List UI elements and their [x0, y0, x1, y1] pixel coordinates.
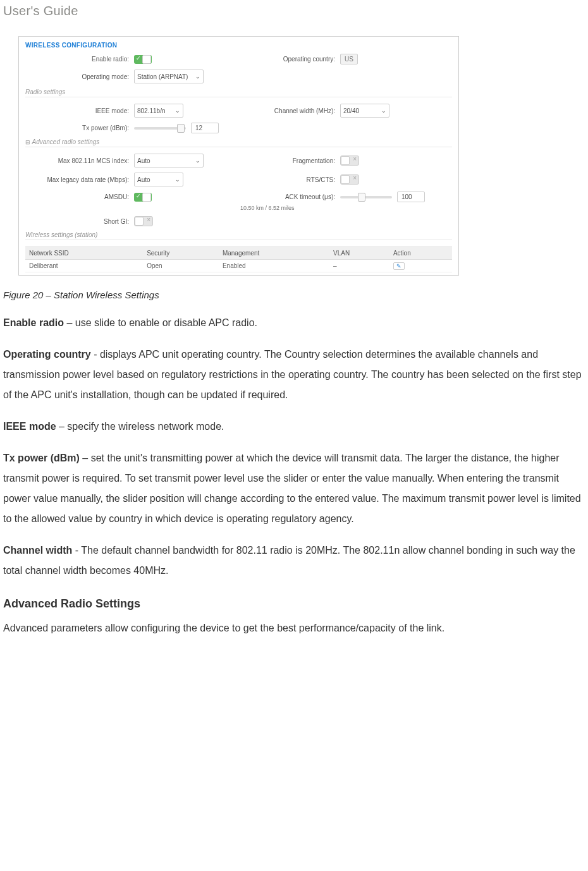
bold-term: Enable radio [3, 317, 64, 328]
para-advanced: Advanced parameters allow configuring th… [3, 618, 586, 638]
ieee-mode-value: 802.11b/n [137, 107, 166, 114]
chevron-down-icon: ⌄ [175, 107, 180, 114]
wireless-table: Network SSID Security Management VLAN Ac… [25, 247, 452, 272]
short-gi-toggle[interactable] [134, 216, 153, 226]
max-mcs-select[interactable]: Auto ⌄ [134, 154, 204, 168]
para-text: - The default channel bandwidth for 802.… [3, 545, 575, 576]
operating-country-value: US [340, 54, 358, 64]
max-mcs-value: Auto [137, 157, 150, 164]
max-legacy-label: Max legacy data rate (Mbps): [25, 176, 134, 183]
para-operating-country: Operating country - displays APC unit op… [3, 344, 586, 405]
chevron-down-icon: ⌄ [195, 73, 200, 80]
operating-country-label: Operating country: [240, 56, 340, 63]
tx-power-label: Tx power (dBm): [25, 125, 134, 131]
wireless-station-section: Wireless settings (station) [25, 231, 452, 240]
screenshot-title: WIRELESS CONFIGURATION [25, 42, 452, 49]
rtscts-toggle[interactable] [340, 174, 359, 185]
bold-term: Channel width [3, 545, 72, 556]
td-ssid: Deliberant [25, 260, 143, 272]
para-channel-width: Channel width - The default channel band… [3, 540, 586, 581]
amsdu-label: AMSDU: [25, 193, 134, 200]
wireless-config-screenshot: WIRELESS CONFIGURATION Enable radio: Ope… [18, 36, 459, 276]
bold-term: IEEE mode [3, 421, 56, 432]
bold-term: Operating country [3, 349, 91, 360]
page-header: User's Guide [3, 4, 586, 18]
operating-mode-value: Station (ARPNAT) [137, 73, 188, 80]
amsdu-toggle[interactable] [134, 193, 152, 202]
td-vlan: – [329, 260, 389, 272]
chevron-down-icon: ⌄ [195, 157, 200, 164]
para-enable-radio: Enable radio – use slide to enable or di… [3, 313, 586, 333]
ack-timeout-slider[interactable] [340, 196, 392, 198]
ieee-mode-select[interactable]: 802.11b/n ⌄ [134, 104, 183, 118]
channel-width-value: 20/40 [343, 107, 359, 114]
para-tx-power: Tx power (dBm) – set the unit's transmit… [3, 448, 586, 529]
channel-width-label: Channel width (MHz): [240, 107, 340, 114]
edit-icon[interactable]: ✎ [393, 262, 405, 270]
figure-caption: Figure 20 – Station Wireless Settings [3, 289, 586, 300]
rtscts-label: RTS/CTS: [240, 176, 340, 183]
operating-mode-label: Operating mode: [25, 73, 134, 80]
chevron-down-icon: ⌄ [175, 176, 180, 183]
chevron-down-icon: ⌄ [381, 107, 386, 114]
th-ssid: Network SSID [25, 247, 143, 260]
bold-term: Tx power (dBm) [3, 453, 80, 463]
operating-mode-select[interactable]: Station (ARPNAT) ⌄ [134, 70, 204, 83]
td-management: Enabled [219, 260, 329, 272]
fragmentation-toggle[interactable] [340, 155, 359, 166]
radio-settings-section: Radio settings [25, 88, 452, 97]
fragmentation-label: Fragmentation: [240, 157, 340, 164]
max-legacy-value: Auto [137, 176, 150, 183]
th-action: Action [389, 247, 452, 260]
th-management: Management [219, 247, 329, 260]
ieee-mode-label: IEEE mode: [25, 107, 134, 114]
th-security: Security [143, 247, 219, 260]
ack-timeout-input[interactable]: 100 [397, 192, 425, 202]
max-legacy-select[interactable]: Auto ⌄ [134, 173, 183, 186]
table-row: Deliberant Open Enabled – ✎ [25, 260, 452, 272]
short-gi-label: Short GI: [25, 218, 134, 225]
th-vlan: VLAN [329, 247, 389, 260]
max-mcs-label: Max 802.11n MCS index: [25, 157, 134, 164]
ack-timeout-label: ACK timeout (μs): [240, 193, 340, 200]
ack-timeout-note: 10.50 km / 6.52 miles [134, 205, 455, 211]
para-text: – specify the wireless network mode. [56, 421, 224, 432]
tx-power-slider[interactable] [134, 127, 186, 130]
enable-radio-toggle[interactable] [134, 55, 152, 64]
advanced-radio-section[interactable]: Advanced radio settings [25, 138, 452, 147]
para-text: – set the unit's transmitting power at w… [3, 453, 581, 524]
td-security: Open [143, 260, 219, 272]
tx-power-input[interactable]: 12 [191, 123, 219, 133]
para-ieee-mode: IEEE mode – specify the wireless network… [3, 417, 586, 437]
para-text: – use slide to enable or disable APC rad… [64, 317, 257, 328]
enable-radio-label: Enable radio: [25, 56, 134, 63]
advanced-heading: Advanced Radio Settings [3, 597, 586, 611]
channel-width-select[interactable]: 20/40 ⌄ [340, 104, 389, 118]
